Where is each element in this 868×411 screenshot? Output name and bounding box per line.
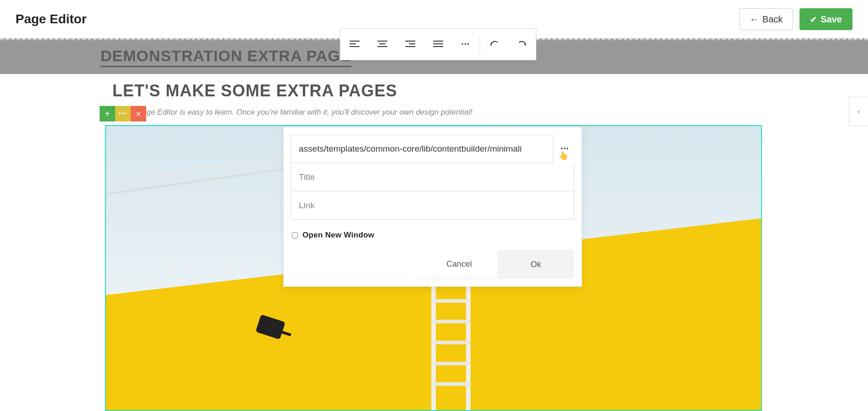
block-controls: + ••• × xyxy=(100,106,146,121)
open-new-window-checkbox[interactable] xyxy=(292,232,298,238)
format-toolbar: ••• xyxy=(340,28,536,60)
align-center-button[interactable] xyxy=(368,29,396,60)
content-section: LET'S MAKE SOME EXTRA PAGES 4Shop Page E… xyxy=(112,81,786,117)
image-settings-dialog: ••• Open New Window Cancel Ok xyxy=(283,127,582,287)
browse-more-button[interactable]: ••• xyxy=(556,135,574,163)
arrow-left-icon xyxy=(750,14,759,25)
remove-block-button[interactable]: × xyxy=(131,106,146,121)
section-heading[interactable]: LET'S MAKE SOME EXTRA PAGES xyxy=(112,81,786,100)
toolbar-more-button[interactable]: ••• xyxy=(452,29,480,60)
page-title: Page Editor xyxy=(16,12,87,26)
banner-title: DEMONSTRATION EXTRA PAGE xyxy=(101,47,351,67)
plus-icon: + xyxy=(105,109,110,119)
open-new-window-label[interactable]: Open New Window xyxy=(302,231,374,240)
header-actions: Back Save xyxy=(739,8,852,30)
undo-icon xyxy=(489,41,499,48)
check-icon xyxy=(810,14,817,25)
add-block-button[interactable]: + xyxy=(100,106,115,121)
image-title-input[interactable] xyxy=(291,163,574,191)
more-icon: ••• xyxy=(561,146,570,152)
save-button-label: Save xyxy=(820,14,842,25)
image-link-input[interactable] xyxy=(291,191,574,220)
redo-icon xyxy=(517,41,527,48)
align-center-icon xyxy=(377,40,387,48)
section-intro[interactable]: 4Shop Page Editor is easy to learn. Once… xyxy=(112,108,786,117)
back-button[interactable]: Back xyxy=(739,8,793,30)
align-left-icon xyxy=(349,40,360,48)
redo-button[interactable] xyxy=(508,29,536,60)
save-button[interactable]: Save xyxy=(799,8,852,30)
ok-button[interactable]: Ok xyxy=(498,250,574,279)
align-justify-button[interactable] xyxy=(424,29,452,60)
undo-button[interactable] xyxy=(480,29,508,60)
back-button-label: Back xyxy=(762,14,783,25)
close-icon: × xyxy=(136,109,141,119)
chevron-left-icon: ‹ xyxy=(857,107,860,116)
align-right-icon xyxy=(405,40,415,48)
align-right-button[interactable] xyxy=(396,29,424,60)
cancel-button[interactable]: Cancel xyxy=(421,250,498,279)
image-path-input[interactable] xyxy=(291,135,553,163)
more-icon: ••• xyxy=(119,111,127,117)
align-justify-icon xyxy=(433,40,443,48)
align-left-button[interactable] xyxy=(340,29,368,60)
more-icon: ••• xyxy=(461,41,470,47)
block-options-button[interactable]: ••• xyxy=(115,106,131,121)
side-panel-toggle[interactable]: ‹ xyxy=(849,97,868,126)
